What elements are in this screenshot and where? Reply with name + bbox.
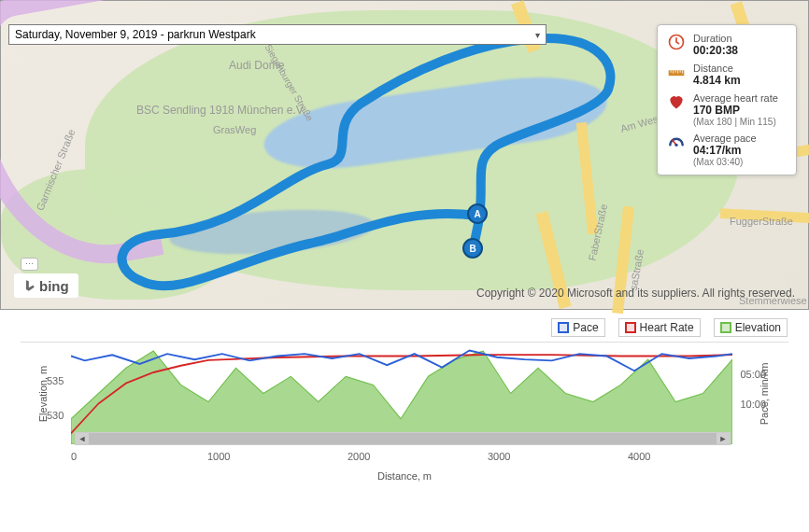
- scroll-thumb[interactable]: [89, 433, 717, 444]
- stat-duration-label: Duration: [693, 33, 738, 44]
- legend-heart-rate[interactable]: Heart Rate: [618, 318, 701, 337]
- stat-hr-value: 170 BMP: [693, 104, 778, 117]
- x-axis-label: Distance, m: [21, 470, 788, 482]
- stat-distance: Distance 4.814 km: [667, 63, 787, 87]
- y-right-tick: 10:00: [740, 399, 766, 410]
- y-right-tick: 05:00: [740, 369, 766, 380]
- stat-hr-label: Average heart rate: [693, 92, 778, 104]
- x-tick: 4000: [628, 451, 650, 462]
- x-tick: 2000: [348, 451, 370, 462]
- chevron-down-icon: ▾: [535, 30, 540, 40]
- chart-area: Pace Heart Rate Elevation Elevation, m P…: [0, 310, 809, 517]
- y-left-tick: 530: [47, 410, 64, 421]
- chart-scrollbar[interactable]: ◄ ►: [75, 432, 731, 445]
- bing-logo: bing: [14, 273, 78, 298]
- x-tick: 3000: [488, 451, 510, 462]
- chart-legend: Pace Heart Rate Elevation: [21, 317, 788, 338]
- ruler-icon: [667, 63, 686, 81]
- x-tick: 1000: [207, 451, 230, 462]
- stat-distance-label: Distance: [693, 63, 741, 74]
- stat-pace-value: 04:17/km: [693, 144, 757, 157]
- stat-duration: Duration 00:20:38: [667, 33, 787, 57]
- heartrate-swatch-icon: [625, 322, 636, 333]
- elevation-swatch-icon: [720, 322, 731, 333]
- scroll-right-icon[interactable]: ►: [717, 433, 730, 444]
- legend-pace[interactable]: Pace: [551, 318, 604, 337]
- clock-icon: [667, 33, 686, 51]
- stat-duration-value: 00:20:38: [693, 44, 738, 57]
- map-copyright: Copyright © 2020 Microsoft and its suppl…: [476, 287, 795, 300]
- stats-panel: Duration 00:20:38 Distance 4.814 km Aver…: [657, 24, 797, 175]
- pace-swatch-icon: [558, 322, 569, 333]
- legend-elevation[interactable]: Elevation: [714, 318, 788, 337]
- stat-distance-value: 4.814 km: [693, 74, 741, 87]
- map-label-grasweg: GrasWeg: [213, 124, 256, 135]
- y-left-tick: 535: [47, 375, 64, 386]
- scroll-left-icon[interactable]: ◄: [76, 433, 89, 444]
- heart-icon: [667, 92, 686, 111]
- map-label-bsc: BSC Sendling 1918 München e.V.: [136, 104, 305, 117]
- svg-point-4: [674, 144, 677, 147]
- stat-pace-sub: (Max 03:40): [693, 157, 757, 167]
- chart-svg: [71, 343, 732, 444]
- stat-heartrate: Average heart rate 170 BMP (Max 180 | Mi…: [667, 92, 787, 127]
- stat-hr-sub: (Max 180 | Min 115): [693, 117, 778, 127]
- x-tick: 0: [71, 451, 77, 462]
- chart-plot[interactable]: Elevation, m Pace, min/km 535 530 05:00 …: [21, 342, 788, 444]
- stat-pace-label: Average pace: [693, 133, 757, 144]
- gauge-icon: [667, 133, 686, 151]
- stat-pace: Average pace 04:17/km (Max 03:40): [667, 133, 787, 167]
- activity-dropdown-value: Saturday, November 9, 2019 - parkrun Wes…: [15, 28, 256, 41]
- activity-dropdown[interactable]: Saturday, November 9, 2019 - parkrun Wes…: [8, 24, 546, 45]
- map-label-fuggerstrasse: FuggerStraße: [730, 216, 793, 227]
- map[interactable]: Audi Dome BSC Sendling 1918 München e.V.…: [0, 0, 809, 310]
- road-badge-2: ⋯: [21, 258, 38, 271]
